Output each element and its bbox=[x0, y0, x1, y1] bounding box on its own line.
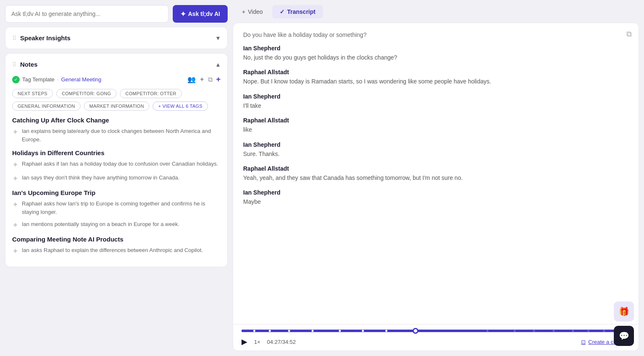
notes-drag-handle-icon: ⠿ bbox=[12, 61, 16, 68]
tab-video[interactable]: + Video bbox=[234, 5, 270, 18]
tags-row: NEXT STEPS COMPETITOR: GONG COMPETITOR: … bbox=[12, 89, 221, 98]
tag-competitor-gong[interactable]: COMPETITOR: GONG bbox=[56, 89, 117, 98]
gift-button[interactable]: 🎁 bbox=[614, 301, 634, 322]
transcript-line: Ian Shepherd No, just the do you guys ge… bbox=[243, 45, 628, 62]
speaker-text: like bbox=[243, 125, 628, 134]
list-item: ✦ Ian says they don't think they have an… bbox=[12, 174, 221, 183]
note-text: Ian explains being late/early due to clo… bbox=[22, 127, 221, 143]
tag-market-info[interactable]: MARKET INFORMATION bbox=[84, 101, 149, 111]
note-bullet-icon: ✦ bbox=[12, 174, 18, 183]
plus-icon: + bbox=[242, 8, 245, 15]
tag-competitor-otter[interactable]: COMPETITOR: OTTER bbox=[120, 89, 182, 98]
speaker-text: No, just the do you guys get holidays in… bbox=[243, 53, 628, 62]
green-check-icon: ✓ bbox=[12, 76, 20, 83]
speaker-insights-card: ⠿ Speaker Insights ▾ bbox=[5, 27, 228, 49]
list-item: ✦ Raphael asks how Ian's trip to Europe … bbox=[12, 200, 221, 216]
play-button[interactable]: ▶ bbox=[242, 337, 247, 346]
right-panel: + Video ✓ Transcript ⧉ Do you have like … bbox=[233, 0, 644, 356]
note-section-holidays: Holidays in Different Countries bbox=[12, 149, 221, 156]
tag-action-icons: 👥 ✦ ⧉ + bbox=[187, 75, 221, 84]
notes-header[interactable]: ⠿ Notes ▴ bbox=[5, 54, 227, 75]
star-icon: ✦ bbox=[180, 10, 186, 18]
copy-transcript-icon[interactable]: ⧉ bbox=[626, 30, 632, 39]
magic-icon[interactable]: ✦ bbox=[199, 75, 205, 83]
speaker-text: Maybe bbox=[243, 197, 628, 206]
transcript-line: Ian Shepherd I'll take bbox=[243, 93, 628, 110]
transcript-line: Raphael Allstadt like bbox=[243, 117, 628, 134]
chat-button[interactable]: 💬 bbox=[614, 326, 634, 346]
note-text: Raphael asks how Ian's trip to Europe is… bbox=[22, 200, 221, 216]
notes-title: Notes bbox=[20, 61, 38, 68]
speaker-insights-collapse-button[interactable]: ▾ bbox=[216, 33, 221, 43]
left-panel: ✦ Ask tl;dv AI ⠿ Speaker Insights ▾ ⠿ No… bbox=[0, 0, 233, 356]
note-bullet-icon: ✦ bbox=[12, 127, 18, 137]
note-section-ai-products: Comparing Meeting Note AI Products bbox=[12, 236, 221, 243]
chevron-up-icon: ▴ bbox=[216, 61, 220, 68]
speaker-text: I'll take bbox=[243, 101, 628, 110]
search-row: ✦ Ask tl;dv AI bbox=[5, 5, 228, 23]
check-icon: ✓ bbox=[280, 8, 285, 15]
speaker-text: Sure. Thanks. bbox=[243, 149, 628, 159]
tabs-row: + Video ✓ Transcript bbox=[233, 5, 639, 18]
speaker-name: Raphael Allstadt bbox=[243, 117, 628, 124]
chevron-down-icon: ▾ bbox=[216, 34, 220, 42]
transcript-line: Ian Shepherd Sure. Thanks. bbox=[243, 141, 628, 159]
ask-ai-button[interactable]: ✦ Ask tl;dv AI bbox=[173, 5, 228, 23]
note-bullet-icon: ✦ bbox=[12, 200, 18, 209]
tag-next-steps[interactable]: NEXT STEPS bbox=[12, 89, 53, 98]
clip-icon: ⊡ bbox=[581, 339, 586, 345]
speaker-name: Raphael Allstadt bbox=[243, 69, 628, 75]
transcript-card: ⧉ Do you have like a holiday today or so… bbox=[233, 23, 639, 351]
note-bullet-icon: ✦ bbox=[12, 160, 18, 169]
tags-row-2: GENERAL INFORMATION MARKET INFORMATION +… bbox=[12, 101, 221, 111]
note-text: Ian says they don't think they have anyt… bbox=[22, 174, 179, 182]
progress-track[interactable] bbox=[242, 330, 630, 332]
copy-notes-icon[interactable]: ⧉ bbox=[208, 76, 213, 83]
note-bullet-icon: ✦ bbox=[12, 221, 18, 230]
transcript-line: Raphael Allstadt Yeah, yeah, and they sa… bbox=[243, 165, 628, 182]
tab-transcript[interactable]: ✓ Transcript bbox=[272, 5, 323, 18]
player-controls: ▶ 1× 04:27/34:52 ⊡ Create a clip ⤢ bbox=[242, 337, 630, 346]
notes-body: ✓ Tag Template · General Meeting 👥 ✦ ⧉ +… bbox=[5, 75, 227, 267]
floating-buttons: 🎁 💬 bbox=[614, 301, 634, 346]
tag-template-badge: ✓ Tag Template · General Meeting bbox=[12, 76, 101, 83]
create-clip-button[interactable]: ⊡ Create a clip bbox=[581, 339, 619, 345]
transcript-line: Raphael Allstadt Nope. But I know today … bbox=[243, 69, 628, 86]
transcript-question: Do you have like a holiday today or some… bbox=[243, 31, 628, 38]
list-item: ✦ Ian asks Raphael to explain the differ… bbox=[12, 246, 221, 256]
transcript-line: Do you have like a holiday today or some… bbox=[243, 31, 628, 38]
users-icon[interactable]: 👥 bbox=[187, 75, 196, 83]
speaker-text: Yeah, yeah, and they saw that Canada has… bbox=[243, 173, 628, 182]
search-input[interactable] bbox=[11, 10, 162, 17]
tag-general-info[interactable]: GENERAL INFORMATION bbox=[12, 101, 80, 111]
speaker-name: Ian Shepherd bbox=[243, 93, 628, 100]
note-section-clock-change: Catching Up After Clock Change bbox=[12, 117, 221, 124]
notes-collapse-button[interactable]: ▴ bbox=[216, 60, 221, 69]
player-bar: ▶ 1× 04:27/34:52 ⊡ Create a clip ⤢ bbox=[233, 324, 639, 351]
search-input-wrap[interactable] bbox=[5, 5, 169, 23]
transcript-body: ⧉ Do you have like a holiday today or so… bbox=[233, 23, 639, 324]
speed-button[interactable]: 1× bbox=[254, 339, 260, 345]
tag-template-label: Tag Template bbox=[22, 76, 55, 83]
speaker-insights-header[interactable]: ⠿ Speaker Insights ▾ bbox=[5, 27, 227, 49]
list-item: ✦ Ian mentions potentially staying on a … bbox=[12, 220, 221, 230]
note-text: Raphael asks if Ian has a holiday today … bbox=[22, 160, 218, 168]
speaker-text: Nope. But I know today is Ramadan starts… bbox=[243, 77, 628, 86]
notes-card: ⠿ Notes ▴ ✓ Tag Template · General Meeti… bbox=[5, 53, 228, 267]
transcript-line: Ian Shepherd Maybe bbox=[243, 189, 628, 206]
speaker-name: Ian Shepherd bbox=[243, 141, 628, 148]
speaker-name: Ian Shepherd bbox=[243, 189, 628, 196]
drag-handle-icon: ⠿ bbox=[12, 35, 16, 42]
speaker-name: Raphael Allstadt bbox=[243, 165, 628, 172]
note-bullet-icon: ✦ bbox=[12, 247, 18, 256]
tag-template-link[interactable]: General Meeting bbox=[61, 76, 101, 83]
time-display: 04:27/34:52 bbox=[267, 339, 296, 345]
add-icon[interactable]: + bbox=[216, 75, 221, 84]
speaker-name: Ian Shepherd bbox=[243, 45, 628, 52]
tag-view-all[interactable]: + VIEW ALL 6 TAGS bbox=[153, 101, 208, 111]
list-item: ✦ Raphael asks if Ian has a holiday toda… bbox=[12, 160, 221, 169]
note-text: Ian mentions potentially staying on a be… bbox=[22, 220, 179, 229]
note-section-europe-trip: Ian's Upcoming Europe Trip bbox=[12, 189, 221, 196]
speaker-insights-title: Speaker Insights bbox=[20, 34, 70, 42]
tag-template-row: ✓ Tag Template · General Meeting 👥 ✦ ⧉ + bbox=[12, 75, 221, 84]
